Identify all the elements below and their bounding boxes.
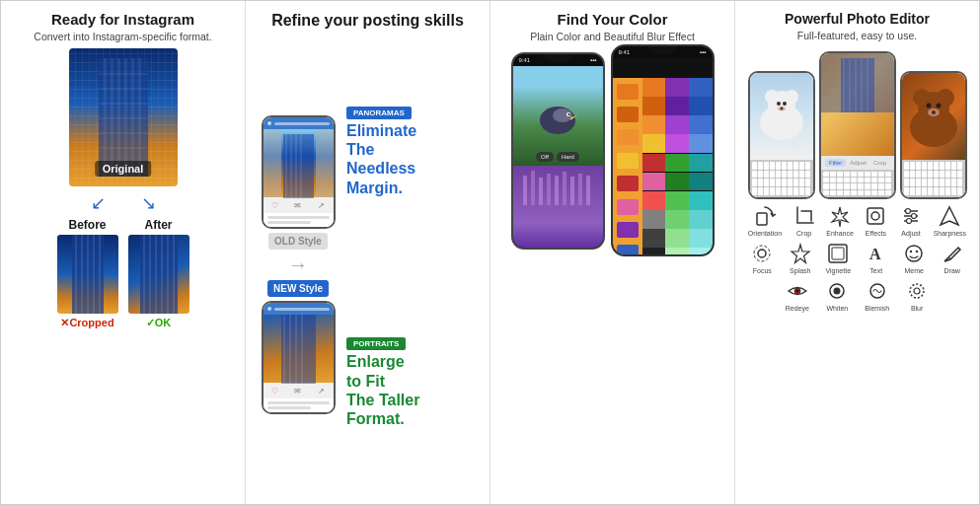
text-tool-icon: A [864,241,889,266]
panel-editor: Powerful Photo Editor Full-featured, eas… [735,1,979,504]
tool-adjust[interactable]: Adjust [847,159,869,167]
svg-rect-11 [99,132,148,134]
sharpness-svg [939,205,960,227]
portrait-screen: ♡ ✉ ↗ [264,303,334,412]
grid-cell-21[interactable] [689,191,712,210]
phone-topbar [264,117,334,129]
hard-btn[interactable]: Hard [557,152,579,162]
key [871,172,877,177]
splash-label: Splash [790,267,810,274]
grid-cell-9[interactable] [689,115,712,134]
key [782,187,787,195]
phone-portrait-img [264,315,334,383]
splash-icon-item[interactable]: Splash [788,241,813,274]
grid-cell-3[interactable] [689,78,712,97]
orientation-svg [754,205,776,227]
grid-cell-23[interactable] [665,210,688,229]
key [758,187,763,195]
heart-icon: ♡ [271,201,278,210]
whiten-svg [826,280,848,302]
whiten-icon-item[interactable]: Whiten [824,278,850,312]
orientation-icon-item[interactable]: Orientation [748,203,782,237]
grid-cell-20[interactable] [665,191,688,210]
panel3-subtitle: Plain Color and Beautiful Blur Effect [530,31,695,42]
grid-cell-25[interactable] [642,229,665,248]
original-label: Original [95,161,152,177]
sharpness-icon-item[interactable]: Sharpness [934,203,966,237]
grid-cell-4[interactable] [642,97,665,115]
grid-cell-17[interactable] [665,173,688,191]
focus-icon-item[interactable]: Focus [749,241,775,274]
tool-filter[interactable]: Filter [825,159,846,167]
blemish-icon-item[interactable]: Blemish [865,278,890,312]
effects-icon-item[interactable]: Effects [863,203,888,237]
text-icon-item[interactable]: A Text [864,241,889,274]
grid-cell-12[interactable] [689,134,712,153]
redeye-icon-item[interactable]: Redeye [785,278,810,312]
key [793,162,798,170]
swatch-light-orange[interactable] [617,129,639,145]
grid-cell-7[interactable] [642,115,665,134]
grid-cell-11[interactable] [665,134,688,153]
grid-cell-28[interactable] [642,248,665,256]
swatch-dark-orange[interactable] [617,107,639,122]
key [799,179,804,186]
meme-icon-item[interactable]: Meme [901,241,927,274]
grid-cell-26[interactable] [665,229,688,248]
key [782,162,787,170]
key [945,162,950,170]
enhance-label: Enhance [826,230,854,237]
key [788,162,792,170]
swatch-purple[interactable] [617,222,639,238]
grid-cell-2[interactable] [665,78,688,97]
svg-point-97 [834,287,841,294]
toolbar-2: Filter Adjust Crop [821,156,894,170]
panel3-title: Find Your Color [558,11,668,29]
draw-icon-item[interactable]: Draw [940,241,965,274]
swatch-pink[interactable] [617,199,639,215]
effects-label: Effects [866,230,886,237]
swatch-yellow[interactable] [617,153,639,169]
swatch-blue[interactable] [617,245,639,256]
grid-cell-29[interactable] [665,248,688,256]
grid-cell-24[interactable] [689,210,712,229]
blur-btn-row[interactable]: Off Hard [536,152,579,162]
grid-cell-10[interactable] [642,134,665,153]
after-item: After ✓OK [128,218,189,329]
off-btn[interactable]: Off [536,152,554,162]
key [940,179,944,186]
enhance-icon-item[interactable]: Enhance [826,203,854,237]
portraits-line2: to Fit [346,373,385,390]
meme-label: Meme [905,267,924,274]
grid-cell-27[interactable] [689,229,712,248]
left-arrow-icon: ↙ [91,192,106,214]
panel1-subtitle: Convert into Instagram-specific format. [34,31,211,42]
svg-rect-63 [861,58,863,112]
grid-cell-16[interactable] [642,173,665,191]
grid-cell-5[interactable] [665,97,688,115]
grid-cell-6[interactable] [689,97,712,115]
grid-cell-19[interactable] [642,191,665,210]
grid-cell-15[interactable] [689,154,712,173]
panel4-content: Filter Adjust Crop [743,47,971,496]
adjust-icon-item[interactable]: Adjust [898,203,924,237]
svg-rect-44 [547,174,551,205]
swatch-orange[interactable] [617,84,639,100]
key [776,171,781,179]
vignette-icon-item[interactable]: Vignette [825,241,851,274]
tool-other[interactable]: Crop [870,159,889,167]
lavender-svg [513,166,603,245]
grid-cell-14[interactable] [665,154,688,173]
grid-cell-18[interactable] [689,173,712,191]
crop-icon-item[interactable]: Crop [792,203,817,237]
grid-cell-13[interactable] [642,154,665,173]
grid-cell-22[interactable] [642,210,665,229]
blur-icon-item[interactable]: Blur [904,278,930,312]
heart-icon-2: ♡ [271,387,278,396]
redeye-svg [787,280,808,302]
keyboard-1 [750,160,813,197]
swatch-red[interactable] [617,176,639,191]
grid-cell-1[interactable] [642,78,665,97]
grid-cell-8[interactable] [665,115,688,134]
grid-cell-30[interactable] [689,248,712,256]
